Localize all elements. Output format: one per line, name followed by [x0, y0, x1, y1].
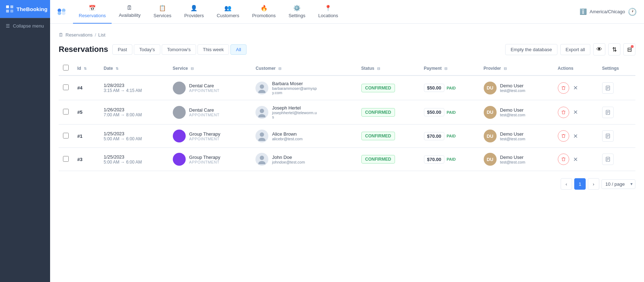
row-checkbox-0[interactable] — [63, 84, 69, 90]
row-checkbox-cell[interactable] — [59, 100, 73, 125]
row-customer-3: John Doe johndoe@test.com — [251, 148, 357, 171]
reservations-icon: 📅 — [89, 5, 96, 11]
close-button-0[interactable]: ✕ — [572, 84, 579, 92]
brand-label: TheBooking — [16, 6, 48, 12]
page-1-button[interactable]: 1 — [574, 178, 586, 190]
col-settings: Settings — [598, 61, 635, 76]
row-checkbox-2[interactable] — [63, 133, 69, 138]
payment-filter-icon[interactable]: ⊟ — [444, 67, 447, 70]
provider-filter-icon[interactable]: ⊟ — [504, 67, 507, 70]
delete-button-2[interactable] — [558, 130, 569, 142]
delete-button-3[interactable] — [558, 154, 569, 165]
svg-point-21 — [258, 138, 265, 141]
provider-avatar-2: DU — [484, 130, 497, 142]
provider-avatar-1: DU — [484, 106, 497, 119]
timezone-label: America/Chicago — [590, 9, 625, 14]
status-badge-2: CONFIRMED — [361, 132, 395, 140]
delete-button-0[interactable] — [558, 82, 569, 94]
service-type-2: APPOINTMENT — [189, 137, 220, 141]
filter-active-dot — [631, 45, 634, 48]
nav-item-availability[interactable]: 🗓 Availability — [113, 0, 146, 24]
visibility-toggle-button[interactable]: 👁 — [593, 43, 605, 55]
nav-item-services[interactable]: 📋 Services — [148, 0, 177, 24]
customer-filter-icon[interactable]: ⊟ — [278, 67, 281, 70]
column-sort-button[interactable]: ⇅ — [608, 43, 620, 55]
per-page-wrapper: 10 / page 25 / page 50 / page — [601, 179, 635, 189]
status-badge-3: CONFIRMED — [361, 155, 395, 164]
service-name-0: Dental Care — [189, 83, 220, 88]
export-all-button[interactable]: Export all — [560, 44, 590, 55]
settings-doc-icon-0 — [605, 86, 610, 91]
nav-item-providers[interactable]: 👤 Providers — [179, 0, 210, 24]
row-checkbox-1[interactable] — [63, 109, 69, 115]
breadcrumb-sep: / — [95, 32, 96, 38]
nav-item-locations[interactable]: 📍 Locations — [312, 0, 344, 24]
service-filter-icon[interactable]: ⊟ — [191, 67, 194, 70]
row-settings-0 — [598, 76, 635, 100]
service-dot-0 — [173, 82, 186, 94]
clock-icon: ℹ️ — [580, 8, 587, 15]
empty-database-button[interactable]: Empty the database — [505, 44, 557, 55]
select-all-header[interactable] — [59, 61, 73, 76]
customer-avatar-3 — [255, 153, 268, 166]
per-page-select[interactable]: 10 / page 25 / page 50 / page — [601, 179, 635, 189]
row-id-0: #4 — [73, 76, 99, 100]
row-checkbox-cell[interactable] — [59, 76, 73, 100]
nav-item-customers[interactable]: 👥 Customers — [211, 0, 245, 24]
settings-button-1[interactable] — [602, 107, 614, 118]
row-date-3: 1/25/2023 5:00 AM → 6:00 AM — [99, 148, 169, 171]
row-settings-3 — [598, 148, 635, 171]
date-sort-icon[interactable]: ⇅ — [116, 67, 118, 70]
settings-button-2[interactable] — [602, 130, 614, 142]
filter-tab-todays[interactable]: Today's — [134, 44, 160, 55]
select-all-checkbox[interactable] — [63, 65, 69, 70]
service-type-1: APPOINTMENT — [189, 113, 220, 117]
collapse-menu-btn[interactable]: ☰ Collapse menu — [0, 18, 50, 34]
filter-tab-tomorrows[interactable]: Tomorrow's — [162, 44, 196, 55]
payment-amount-0: $50.00 — [424, 84, 445, 92]
nav-label-availability: Availability — [119, 13, 141, 18]
close-button-1[interactable]: ✕ — [572, 109, 579, 116]
locations-icon: 📍 — [325, 5, 332, 11]
close-button-2[interactable]: ✕ — [572, 132, 579, 140]
promotions-icon: 🔥 — [260, 5, 268, 11]
row-checkbox-3[interactable] — [63, 156, 69, 162]
row-service-2: Group Therapy APPOINTMENT — [169, 125, 252, 148]
settings-doc-icon-2 — [605, 133, 610, 138]
settings-button-3[interactable] — [602, 154, 614, 165]
delete-button-1[interactable] — [558, 107, 569, 118]
collapse-icon: ☰ — [6, 23, 10, 29]
id-sort-icon[interactable]: ⇅ — [84, 67, 87, 70]
nav-item-settings[interactable]: ⚙️ Settings — [283, 0, 311, 24]
filter-tab-thisweek[interactable]: This week — [197, 44, 229, 55]
pagination: ‹ 1 › 10 / page 25 / page 50 / page — [59, 178, 635, 193]
provider-email-0: test@test.com — [500, 88, 525, 93]
settings-doc-icon-1 — [605, 110, 610, 115]
row-status-2: CONFIRMED — [357, 125, 420, 148]
table-row: #5 1/26/2023 7:00 AM → 8:00 AM Dental Ca… — [59, 100, 635, 125]
settings-button-0[interactable] — [602, 82, 614, 94]
customer-name-1: Joseph Hertel — [272, 105, 318, 111]
row-provider-0: DU Demo User test@test.com — [479, 76, 553, 100]
row-checkbox-cell[interactable] — [59, 125, 73, 148]
breadcrumb-parent[interactable]: Reservations — [65, 32, 93, 38]
col-actions: Actions — [553, 61, 598, 76]
nav-item-reservations[interactable]: 📅 Reservations — [73, 0, 112, 24]
col-id: Id ⇅ — [73, 61, 99, 76]
filter-tab-all[interactable]: All — [230, 44, 246, 55]
provider-email-1: test@test.com — [500, 113, 525, 117]
nav-item-promotions[interactable]: 🔥 Promotions — [247, 0, 282, 24]
status-filter-icon[interactable]: ⊟ — [377, 67, 380, 70]
filter-tab-past[interactable]: Past — [112, 44, 132, 55]
svg-rect-0 — [6, 5, 9, 8]
status-badge-0: CONFIRMED — [361, 84, 395, 92]
prev-page-button[interactable]: ‹ — [561, 178, 572, 190]
brand[interactable]: TheBooking — [0, 0, 50, 18]
table-row: #3 1/25/2023 5:00 AM → 6:00 AM Group The… — [59, 148, 635, 171]
row-checkbox-cell[interactable] — [59, 148, 73, 171]
next-page-button[interactable]: › — [588, 178, 599, 190]
filter-button[interactable]: ⊟ — [623, 43, 635, 55]
close-button-3[interactable]: ✕ — [572, 156, 579, 163]
col-customer: Customer ⊟ — [251, 61, 357, 76]
svg-point-7 — [62, 11, 65, 15]
